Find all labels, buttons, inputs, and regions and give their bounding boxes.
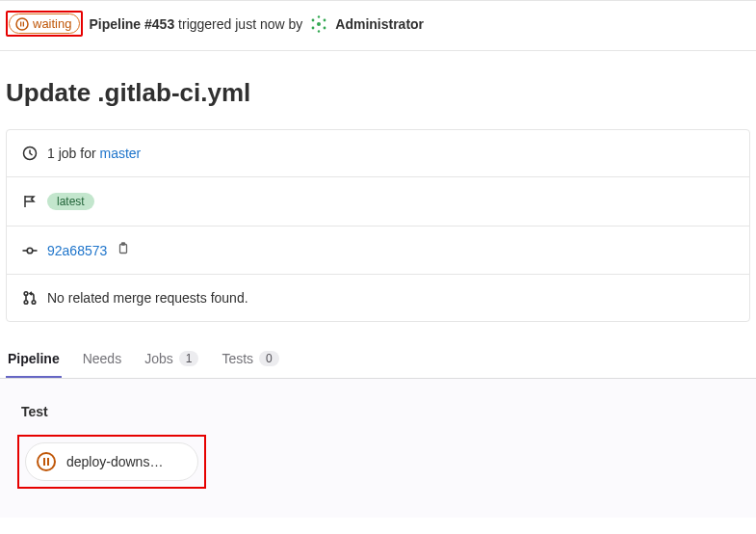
- svg-point-8: [324, 26, 326, 29]
- pipeline-graph: Test deploy-downs…: [0, 379, 756, 518]
- svg-rect-13: [120, 245, 127, 254]
- svg-rect-20: [47, 458, 49, 466]
- triggered-time-text: triggered just now by: [174, 16, 302, 32]
- svg-rect-14: [122, 243, 125, 245]
- avatar[interactable]: [308, 13, 329, 35]
- tab-tests-label: Tests: [222, 351, 253, 366]
- commit-sha-link[interactable]: 92a68573: [47, 243, 107, 258]
- pause-circle-icon: [36, 451, 57, 472]
- tab-needs[interactable]: Needs: [81, 351, 123, 378]
- copy-sha-button[interactable]: [117, 242, 130, 258]
- svg-point-0: [16, 18, 28, 30]
- merge-request-row: No related merge requests found.: [7, 275, 749, 321]
- commit-icon: [22, 243, 38, 258]
- pipeline-label-prefix: Pipeline: [89, 16, 144, 32]
- tab-needs-label: Needs: [83, 351, 121, 366]
- tab-tests-count: 0: [259, 351, 279, 366]
- tabs: Pipeline Needs Jobs 1 Tests 0: [0, 322, 756, 379]
- jobs-count-text: 1 job for: [47, 146, 99, 161]
- clipboard-icon: [117, 242, 130, 255]
- stage-title: Test: [17, 404, 750, 419]
- tab-pipeline-label: Pipeline: [8, 351, 60, 366]
- svg-point-16: [24, 301, 28, 305]
- tab-jobs[interactable]: Jobs 1: [143, 351, 200, 378]
- svg-point-10: [318, 30, 320, 32]
- svg-point-9: [318, 15, 320, 17]
- triggered-by-user[interactable]: Administrator: [335, 16, 424, 32]
- tab-jobs-label: Jobs: [144, 351, 173, 366]
- svg-rect-19: [43, 458, 45, 466]
- flag-icon: [22, 194, 38, 209]
- tab-jobs-count: 1: [179, 351, 199, 366]
- jobs-row: 1 job for master: [7, 130, 749, 177]
- pause-circle-icon: [15, 17, 29, 31]
- tab-pipeline[interactable]: Pipeline: [6, 351, 62, 378]
- svg-point-7: [312, 26, 315, 29]
- pipeline-info-box: 1 job for master latest 92a68573: [6, 129, 750, 322]
- tab-tests[interactable]: Tests 0: [220, 351, 280, 378]
- svg-point-4: [317, 22, 321, 26]
- commit-row: 92a68573: [7, 227, 749, 275]
- status-text: waiting: [33, 16, 71, 31]
- annotation-highlight-job: deploy-downs…: [17, 435, 206, 489]
- svg-point-15: [24, 292, 28, 296]
- svg-point-5: [312, 18, 315, 21]
- pipeline-number[interactable]: #453: [144, 16, 174, 32]
- status-badge[interactable]: waiting: [9, 13, 80, 34]
- svg-point-12: [27, 248, 33, 254]
- svg-rect-2: [23, 21, 24, 26]
- svg-rect-1: [20, 21, 21, 26]
- svg-point-6: [324, 18, 326, 21]
- annotation-highlight-status: waiting: [6, 11, 83, 37]
- branch-link[interactable]: master: [99, 146, 141, 161]
- svg-point-17: [32, 301, 36, 305]
- job-name: deploy-downs…: [66, 454, 163, 469]
- merge-request-icon: [22, 290, 38, 306]
- svg-point-18: [38, 453, 55, 470]
- latest-tag[interactable]: latest: [47, 193, 94, 210]
- clock-icon: [22, 146, 38, 161]
- pipeline-trigger-text: Pipeline #453 triggered just now by: [89, 16, 302, 32]
- tag-row: latest: [7, 177, 749, 227]
- page-title: Update .gitlab-ci.yml: [0, 51, 756, 129]
- merge-request-text: No related merge requests found.: [47, 290, 248, 306]
- pipeline-header: waiting Pipeline #453 triggered just now…: [0, 1, 756, 51]
- job-pill[interactable]: deploy-downs…: [25, 442, 198, 481]
